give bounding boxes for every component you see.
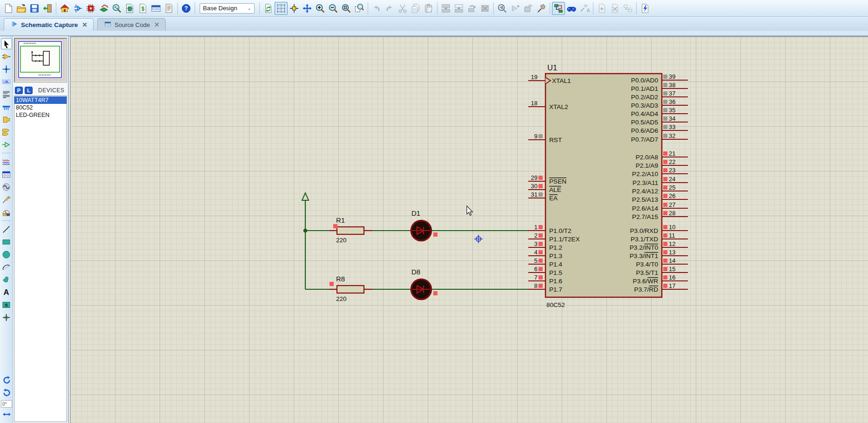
device-pins-mode-button[interactable] — [1, 139, 12, 150]
2d-box-mode-button[interactable] — [1, 236, 12, 247]
subcircuit-mode-button[interactable] — [1, 114, 12, 125]
design-explorer-button[interactable] — [110, 2, 123, 15]
pick-device-button[interactable] — [496, 2, 509, 15]
3d-visualizer-button[interactable] — [97, 2, 110, 15]
rotation-angle-field[interactable]: 0° — [1, 400, 12, 408]
pin-label: P1.0/T2 — [549, 227, 572, 234]
netlist-transfer-button[interactable] — [123, 2, 136, 15]
bill-of-materials-button[interactable]: $ — [136, 2, 149, 15]
graph-mode-button[interactable] — [1, 156, 12, 167]
pin-label: P2.1/A9 — [636, 162, 658, 169]
source-code-button[interactable]: 0101 — [149, 2, 162, 15]
block-rotate-icon — [467, 3, 477, 14]
pin-label: ALE — [549, 186, 561, 193]
2d-arc-mode-button[interactable] — [1, 261, 12, 273]
rotate-ccw-button[interactable] — [1, 387, 12, 398]
close-project-button[interactable] — [41, 2, 54, 15]
voltage-probe-mode-button[interactable] — [1, 194, 12, 205]
zoom-out-icon — [328, 3, 338, 14]
schematic-canvas[interactable]: U180C5219XTAL118XTAL29RST29PSEN30ALE31EA… — [70, 36, 868, 423]
zoom-in-button[interactable] — [314, 2, 327, 15]
toggle-grid-button[interactable] — [275, 2, 288, 15]
device-list-item[interactable]: 10WATT4R7 — [14, 96, 67, 104]
rotate-cw-button[interactable] — [1, 374, 12, 385]
wire-autorouter-button[interactable] — [552, 2, 565, 15]
close-icon[interactable]: ✕ — [153, 21, 161, 28]
zoom-area-button[interactable] — [353, 2, 366, 15]
open-project-button[interactable] — [15, 2, 28, 15]
chip-ref: U1 — [547, 63, 557, 72]
junction-dot-mode-button[interactable] — [1, 63, 12, 75]
2d-text-mode-button[interactable]: A — [1, 287, 12, 298]
2d-line-mode-button[interactable] — [1, 224, 12, 235]
search-tag-button[interactable] — [565, 2, 578, 15]
pin-number: 30 — [531, 183, 538, 190]
exit-to-parent-icon — [623, 3, 633, 14]
selection-handle[interactable] — [333, 224, 337, 228]
pick-parts-button[interactable]: P — [15, 87, 23, 94]
wire-label-mode-button[interactable]: LBL — [1, 76, 12, 87]
save-project-button[interactable] — [28, 2, 41, 15]
mirror-horizontal-button[interactable] — [1, 409, 12, 420]
zoom-all-icon — [341, 3, 351, 14]
tab-schematic-capture[interactable]: Schematic Capture ✕ — [4, 18, 94, 31]
terminals-mode-button[interactable] — [1, 126, 12, 137]
generator-mode-button[interactable] — [1, 181, 12, 192]
selection-handle[interactable] — [433, 232, 437, 237]
text-script-mode-button[interactable] — [1, 89, 12, 100]
pcb-layout-button[interactable] — [84, 2, 97, 15]
decompose-button[interactable] — [535, 2, 548, 15]
pin-marker — [538, 242, 543, 246]
resistor-body[interactable] — [337, 286, 364, 293]
led-D1[interactable]: D1 — [411, 209, 431, 241]
zoom-out-button[interactable] — [327, 2, 340, 15]
design-report-button[interactable] — [162, 2, 175, 15]
origin-button[interactable] — [288, 2, 301, 15]
redraw-button[interactable] — [262, 2, 275, 15]
pin-marker — [663, 225, 667, 229]
chip-U1[interactable]: U180C5219XTAL118XTAL29RST29PSEN30ALE31EA… — [528, 63, 688, 308]
2d-arc-mode-icon — [2, 263, 11, 272]
pin-number: 12 — [669, 240, 675, 247]
selection-handle[interactable] — [330, 282, 334, 286]
resistor-R8[interactable]: R8220 — [330, 275, 372, 302]
pin-number: 2 — [534, 232, 538, 239]
component-mode-button[interactable] — [1, 51, 12, 62]
selection-handle[interactable] — [433, 291, 437, 295]
pin-marker — [663, 177, 667, 181]
toolbar-separator — [550, 2, 550, 14]
pin-label: P1.3 — [549, 252, 562, 259]
home-button[interactable] — [58, 2, 71, 15]
2d-box-mode-icon — [2, 238, 11, 246]
resistor-R1[interactable]: R1220 — [330, 216, 372, 244]
zoom-all-button[interactable] — [340, 2, 353, 15]
2d-circle-mode-button[interactable] — [1, 249, 12, 260]
current-probe-mode-button[interactable] — [1, 206, 12, 218]
close-icon[interactable]: ✕ — [81, 21, 88, 28]
schematic-capture-button[interactable] — [71, 2, 84, 15]
current-probe-mode-icon — [2, 208, 11, 217]
help-button[interactable]: ? — [180, 2, 193, 15]
pin-label: P1.1/T2EX — [549, 236, 580, 243]
pan-button[interactable] — [301, 2, 314, 15]
tape-recorder-mode-button[interactable] — [1, 169, 12, 180]
overview-minimap[interactable] — [14, 38, 67, 82]
2d-path-mode-button[interactable] — [1, 274, 12, 285]
selection-mode-button[interactable] — [1, 38, 12, 49]
new-file-button[interactable] — [2, 2, 15, 15]
device-list-item[interactable]: LED-GREEN — [14, 111, 67, 119]
pin-label: P1.6 — [549, 278, 562, 285]
buses-mode-button[interactable] — [1, 101, 12, 112]
device-list-item[interactable]: 80C52 — [14, 104, 67, 111]
power-terminal[interactable] — [302, 193, 309, 200]
led-D8[interactable]: D8 — [411, 268, 431, 300]
electrical-rule-check-button[interactable] — [639, 2, 652, 15]
2d-symbol-mode-button[interactable]: S — [1, 299, 12, 310]
tab-source-code[interactable]: 0101 Source Code ✕ — [97, 18, 166, 31]
pin-number: 33 — [669, 123, 675, 130]
remove-sheet-icon — [610, 3, 620, 14]
library-button[interactable]: L — [25, 87, 33, 94]
resistor-body[interactable] — [337, 227, 364, 234]
design-selector-dropdown[interactable]: Base Design⌄ — [200, 3, 255, 14]
2d-marker-mode-button[interactable] — [1, 312, 12, 323]
